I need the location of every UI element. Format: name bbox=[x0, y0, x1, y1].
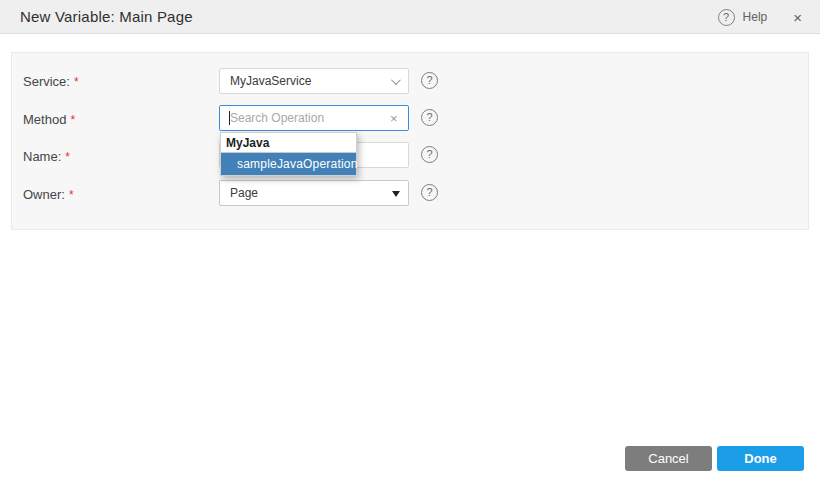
dropdown-group-header: MyJava bbox=[221, 133, 356, 153]
help-icon[interactable]: ? bbox=[718, 9, 735, 26]
form-panel: Service:* MyJavaService ? Method* × ? Na… bbox=[11, 52, 809, 230]
owner-label: Owner:* bbox=[23, 187, 74, 202]
dropdown-option-selected[interactable]: sampleJavaOperation bbox=[221, 153, 356, 175]
cancel-button[interactable]: Cancel bbox=[625, 446, 712, 471]
name-help-icon[interactable]: ? bbox=[421, 146, 438, 163]
service-select[interactable]: MyJavaService bbox=[219, 68, 409, 94]
chevron-down-icon bbox=[391, 75, 401, 85]
select-arrow-icon bbox=[392, 191, 400, 197]
owner-help-icon[interactable]: ? bbox=[421, 184, 438, 201]
header-actions: ? Help × bbox=[718, 0, 806, 34]
done-button[interactable]: Done bbox=[717, 446, 804, 471]
owner-select[interactable]: Page bbox=[219, 180, 409, 206]
close-icon[interactable]: × bbox=[789, 8, 806, 27]
required-asterisk: * bbox=[69, 188, 74, 202]
help-link[interactable]: Help bbox=[743, 10, 768, 24]
dialog-title: New Variable: Main Page bbox=[20, 8, 193, 25]
service-label: Service:* bbox=[23, 74, 79, 89]
name-label: Name:* bbox=[23, 149, 70, 164]
text-caret bbox=[229, 111, 230, 125]
clear-search-icon[interactable]: × bbox=[390, 112, 398, 125]
required-asterisk: * bbox=[70, 113, 75, 127]
required-asterisk: * bbox=[74, 75, 79, 89]
required-asterisk: * bbox=[65, 150, 70, 164]
dialog-header: New Variable: Main Page ? Help × bbox=[0, 0, 820, 34]
method-help-icon[interactable]: ? bbox=[421, 109, 438, 126]
owner-select-value: Page bbox=[230, 186, 258, 200]
service-help-icon[interactable]: ? bbox=[421, 72, 438, 89]
service-select-value: MyJavaService bbox=[230, 74, 311, 88]
method-options-dropdown: MyJava sampleJavaOperation bbox=[220, 132, 357, 176]
method-label: Method* bbox=[23, 112, 75, 127]
method-search-input[interactable] bbox=[219, 105, 409, 131]
